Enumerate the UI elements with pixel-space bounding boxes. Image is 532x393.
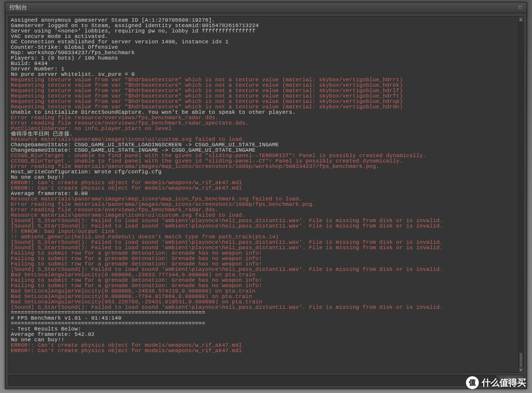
close-icon[interactable]: □ [516, 4, 525, 11]
console-window: 控制台 □ Assigned anonymous gameserver Stea… [5, 2, 527, 389]
log-line: Players: 1 (0 bots) / 100 humans [11, 56, 516, 61]
console-input[interactable] [8, 375, 496, 386]
console-log[interactable]: Assigned anonymous gameserver Steam ID [… [9, 17, 518, 372]
scroll-track[interactable] [519, 22, 523, 367]
log-line: Average framerate: 542.02 [11, 332, 516, 337]
titlebar[interactable]: 控制台 □ [5, 2, 527, 13]
scroll-up-icon[interactable]: ▲ [519, 17, 523, 22]
submit-button[interactable]: 提交 [498, 375, 524, 386]
log-line: Host_WriteConfiguration: Wrote cfg/confi… [11, 169, 516, 175]
console-output-area: Assigned anonymous gameserver Steam ID [… [8, 16, 524, 373]
log-line: PutClientInServer: no info_player_start … [11, 126, 516, 131]
scroll-thumb[interactable] [519, 353, 523, 367]
scroll-down-icon[interactable]: ▼ [519, 367, 523, 372]
log-line: ========================================… [11, 321, 516, 327]
log-line: ERROR!: Can't create physics object for … [11, 348, 516, 354]
console-title: 控制台 [7, 3, 27, 12]
log-line: Build: 8434 [11, 61, 516, 66]
console-input-row: 提交 [8, 375, 524, 386]
scrollbar[interactable]: ▲ ▼ [518, 17, 523, 372]
